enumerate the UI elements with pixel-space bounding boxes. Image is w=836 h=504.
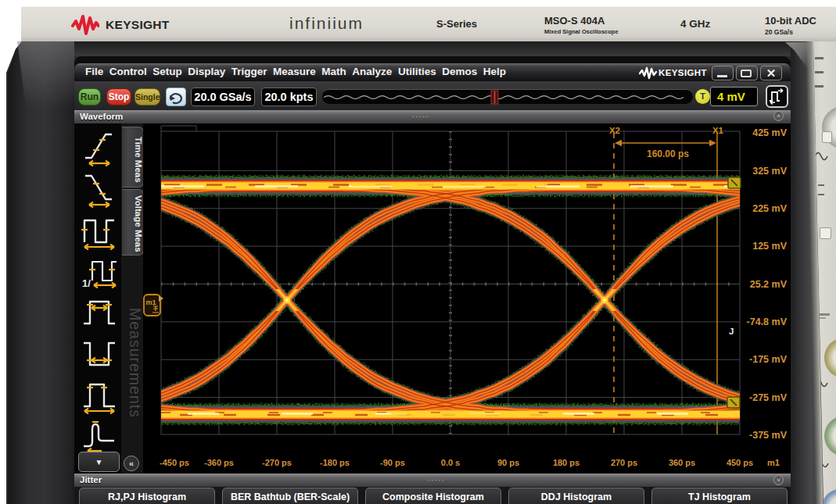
svg-text:180 ps: 180 ps [553, 458, 579, 467]
svg-text:-175 mV: -175 mV [749, 354, 788, 365]
svg-text:270 ps: 270 ps [611, 458, 637, 467]
svg-text:X1: X1 [712, 126, 724, 135]
svg-text:450 ps: 450 ps [727, 458, 753, 467]
svg-text:-270 ps: -270 ps [262, 458, 292, 467]
svg-text:425 mV: 425 mV [752, 127, 787, 138]
svg-text:125 mV: 125 mV [752, 241, 787, 252]
svg-text:-180 ps: -180 ps [320, 458, 350, 467]
svg-text:-275 mV: -275 mV [749, 392, 788, 403]
svg-text:-90 ps: -90 ps [380, 458, 405, 467]
svg-text:-74.8 mV: -74.8 mV [747, 316, 788, 327]
svg-text:-450 ps: -450 ps [160, 458, 189, 467]
svg-text:m1: m1 [146, 298, 156, 306]
svg-text:J: J [729, 327, 734, 336]
svg-text:325 mV: 325 mV [752, 166, 787, 177]
svg-text:225 mV: 225 mV [752, 203, 787, 214]
svg-text:-375 mV: -375 mV [749, 430, 788, 441]
svg-text:1/: 1/ [82, 277, 91, 289]
svg-text:25.2 mV: 25.2 mV [750, 279, 788, 290]
svg-text:90 ps: 90 ps [497, 458, 519, 467]
svg-text:X2: X2 [609, 126, 620, 135]
svg-text:360 ps: 360 ps [669, 458, 695, 467]
svg-text:m1: m1 [767, 458, 780, 467]
svg-text:-360 ps: -360 ps [204, 458, 234, 467]
svg-text:160.00 ps: 160.00 ps [647, 148, 689, 159]
svg-text:0.0 s: 0.0 s [441, 458, 460, 467]
